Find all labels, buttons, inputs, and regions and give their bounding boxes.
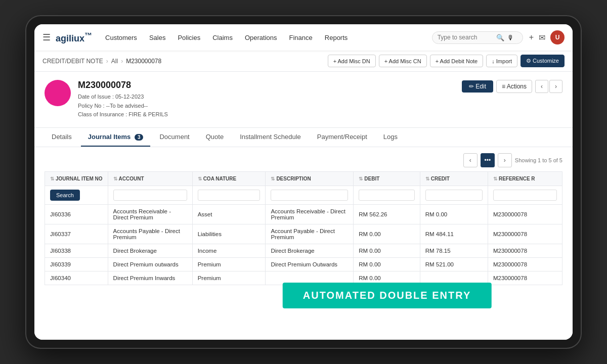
search-desc-input[interactable]	[271, 190, 348, 201]
row4-reference[interactable]: M230000078	[488, 257, 562, 271]
data-table: ⇅JOURNAL ITEM NO ⇅ACCOUNT ⇅COA NATURE ⇅D…	[45, 171, 562, 285]
row1-account: Accounts Receivable - Direct Premium	[108, 204, 192, 224]
row2-account: Accounts Payable - Direct Premium	[108, 224, 192, 244]
row5-account: Direct Premium Inwards	[108, 271, 192, 285]
row2-debit: RM 0.00	[354, 224, 420, 244]
prev-page-button[interactable]: ‹	[463, 153, 478, 167]
nav-policies[interactable]: Policies	[172, 31, 205, 44]
next-record-button[interactable]: ›	[549, 80, 562, 93]
breadcrumb: CREDIT/DEBIT NOTE › All › M230000078	[42, 58, 161, 65]
row5-journal-item-no[interactable]: JI60340	[45, 271, 108, 285]
table-row: JI60338 Direct Brokerage Income Direct B…	[45, 244, 562, 257]
avatar[interactable]: U	[550, 30, 565, 44]
search-account-input[interactable]	[113, 190, 187, 201]
breadcrumb-all[interactable]: All	[111, 58, 118, 65]
add-icon[interactable]: +	[529, 33, 534, 42]
record-left: M230000078 Date of Issue : 05-12-2023 Po…	[45, 80, 168, 119]
nav-arrows: ‹ ›	[535, 80, 562, 93]
nav-sales[interactable]: Sales	[144, 31, 171, 44]
nav-reports[interactable]: Reports	[320, 31, 353, 44]
tab-quote[interactable]: Quote	[199, 128, 231, 147]
prev-record-button[interactable]: ‹	[535, 80, 548, 93]
search-coa-input[interactable]	[198, 190, 261, 201]
page-dots-button[interactable]: •••	[481, 153, 495, 167]
th-coa-nature[interactable]: ⇅COA NATURE	[192, 171, 266, 186]
breadcrumb-root[interactable]: CREDIT/DEBIT NOTE	[42, 58, 103, 65]
table-row: JI60337 Accounts Payable - Direct Premiu…	[45, 224, 562, 244]
journal-items-badge: 3	[135, 134, 144, 141]
hamburger-icon[interactable]: ☰	[42, 32, 51, 43]
row2-description: Account Payable - Direct Premium	[266, 224, 354, 244]
search-ref-input[interactable]	[493, 190, 557, 201]
customize-button[interactable]: ⚙ Customize	[521, 55, 565, 67]
row1-journal-item-no[interactable]: JI60336	[45, 204, 108, 224]
search-debit-input[interactable]	[359, 190, 414, 201]
row5-reference[interactable]: M230000078	[488, 271, 562, 285]
row1-credit: RM 0.00	[420, 204, 488, 224]
add-misc-cn-button[interactable]: + Add Misc CN	[379, 55, 427, 67]
row4-journal-item-no[interactable]: JI60339	[45, 257, 108, 271]
table-header-row: ⇅JOURNAL ITEM NO ⇅ACCOUNT ⇅COA NATURE ⇅D…	[45, 171, 562, 186]
navbar: ☰ agiliux™ Customers Sales Policies Clai…	[34, 24, 573, 51]
search-button[interactable]: Search	[50, 190, 80, 201]
screen: ☰ agiliux™ Customers Sales Policies Clai…	[34, 24, 573, 340]
th-description[interactable]: ⇅DESCRIPTION	[266, 171, 354, 186]
row2-journal-item-no[interactable]: JI60337	[45, 224, 108, 244]
nav-customers[interactable]: Customers	[100, 31, 142, 44]
record-date-of-issue: Date of Issue : 05-12-2023	[78, 93, 168, 102]
record-class: Class of Insurance : FIRE & PERILS	[78, 110, 168, 119]
row3-coa-nature: Income	[192, 244, 266, 257]
actions-button[interactable]: ≡ Actions	[496, 80, 532, 93]
search-cell-debit	[354, 186, 420, 204]
class-value: FIRE & PERILS	[128, 111, 168, 117]
table-row: JI60336 Accounts Receivable - Direct Pre…	[45, 204, 562, 224]
th-journal-item-no[interactable]: ⇅JOURNAL ITEM NO	[45, 171, 108, 186]
row1-description: Accounts Receivable - Direct Premium	[266, 204, 354, 224]
table-controls: ‹ ••• › Showing 1 to 5 of 5	[45, 153, 562, 167]
th-debit[interactable]: ⇅DEBIT	[354, 171, 420, 186]
search-input[interactable]	[438, 34, 493, 41]
th-reference[interactable]: ⇅REFERENCE R	[488, 171, 562, 186]
search-cell-ref	[488, 186, 562, 204]
nav-operations[interactable]: Operations	[240, 31, 282, 44]
row2-reference[interactable]: M230000078	[488, 224, 562, 244]
row3-journal-item-no[interactable]: JI60338	[45, 244, 108, 257]
import-button[interactable]: ↓ Import	[486, 55, 517, 67]
policy-value: --To be advised--	[106, 103, 148, 109]
tab-installment-schedule[interactable]: Installment Schedule	[233, 128, 308, 147]
tab-logs[interactable]: Logs	[376, 128, 405, 147]
record-info: M230000078 Date of Issue : 05-12-2023 Po…	[78, 80, 168, 119]
breadcrumb-sep-2: ›	[121, 58, 123, 65]
mail-icon[interactable]: ✉	[539, 33, 545, 42]
add-misc-dn-button[interactable]: + Add Misc DN	[328, 55, 376, 67]
table-row: JI60339 Direct Premium outwards Premium …	[45, 257, 562, 271]
row1-reference[interactable]: M230000078	[488, 204, 562, 224]
tab-journal-items[interactable]: Journal Items 3	[81, 128, 151, 147]
tab-payment-receipt[interactable]: Payment/Receipt	[310, 128, 374, 147]
edit-button[interactable]: ✏ Edit	[462, 80, 493, 93]
mic-icon[interactable]: 🎙	[507, 34, 514, 41]
row2-credit: RM 484.11	[420, 224, 488, 244]
search-cell-coa	[192, 186, 266, 204]
device-frame: ☰ agiliux™ Customers Sales Policies Clai…	[25, 15, 582, 349]
record-policy-no: Policy No : --To be advised--	[78, 102, 168, 111]
row3-reference[interactable]: M230000078	[488, 244, 562, 257]
search-cell-credit	[420, 186, 488, 204]
breadcrumb-bar: CREDIT/DEBIT NOTE › All › M230000078 + A…	[34, 51, 573, 72]
nav-icons: + ✉ U	[529, 30, 565, 44]
next-page-button[interactable]: ›	[498, 153, 512, 167]
policy-label: Policy No	[78, 103, 101, 109]
nav-claims[interactable]: Claims	[207, 31, 238, 44]
row1-debit: RM 562.26	[354, 204, 420, 224]
tab-details[interactable]: Details	[45, 128, 79, 147]
th-account[interactable]: ⇅ACCOUNT	[108, 171, 192, 186]
row1-coa-nature: Asset	[192, 204, 266, 224]
row4-debit: RM 0.00	[354, 257, 420, 271]
th-credit[interactable]: ⇅CREDIT	[420, 171, 488, 186]
record-avatar	[45, 80, 71, 106]
add-debit-note-button[interactable]: + Add Debit Note	[430, 55, 483, 67]
tab-document[interactable]: Document	[152, 128, 196, 147]
search-credit-input[interactable]	[425, 190, 483, 201]
nav-finance[interactable]: Finance	[284, 31, 318, 44]
row4-account: Direct Premium outwards	[108, 257, 192, 271]
